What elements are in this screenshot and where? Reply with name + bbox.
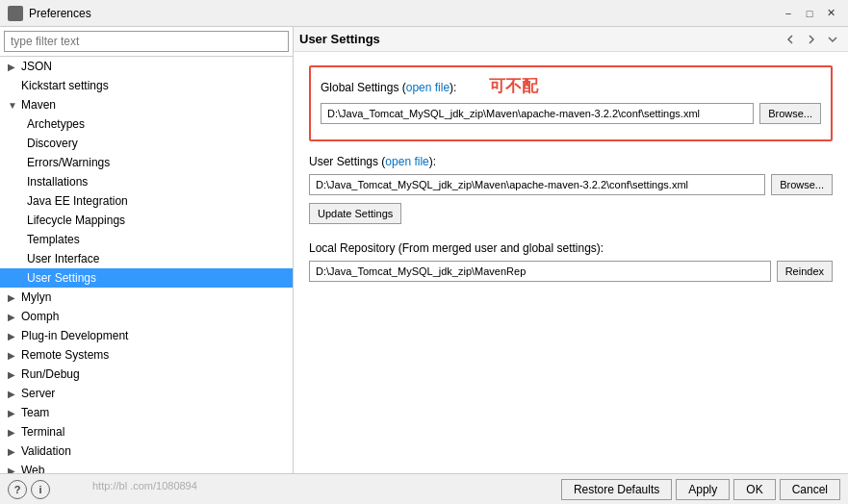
sidebar-item-usersettings[interactable]: User Settings xyxy=(0,268,293,288)
user-settings-block: User Settings (open file): Browse... Upd… xyxy=(309,155,833,224)
maximize-button[interactable]: □ xyxy=(800,4,819,23)
arrow-icon: ▶ xyxy=(8,446,17,457)
search-input[interactable] xyxy=(4,31,289,52)
sidebar-item-archetypes[interactable]: Archetypes xyxy=(0,114,293,134)
bottom-right: Restore Defaults Apply OK Cancel xyxy=(561,479,840,500)
ok-button[interactable]: OK xyxy=(733,479,775,500)
user-open-file-link[interactable]: open file xyxy=(385,155,428,168)
back-button[interactable] xyxy=(781,30,800,49)
sidebar-item-kickstart[interactable]: Kickstart settings xyxy=(0,76,293,95)
annotation-text: 可不配 xyxy=(489,77,538,95)
dropdown-button[interactable] xyxy=(823,30,842,49)
watermark-text: http://bl .com/1080894 xyxy=(92,480,197,499)
sidebar-item-oomph[interactable]: ▶ Oomph xyxy=(0,307,293,326)
user-settings-label: User Settings (open file): xyxy=(309,155,833,168)
sidebar: ▶ JSON Kickstart settings ▼ Maven Archet… xyxy=(0,27,294,473)
sidebar-item-templates[interactable]: Templates xyxy=(0,230,293,249)
title-bar-icon xyxy=(8,6,23,21)
local-repository-input-row: Reindex xyxy=(309,261,833,282)
global-browse-button[interactable]: Browse... xyxy=(759,103,821,124)
content-title: User Settings xyxy=(299,32,380,46)
tree-area: ▶ JSON Kickstart settings ▼ Maven Archet… xyxy=(0,57,293,473)
global-settings-input-row: Browse... xyxy=(321,103,821,124)
arrow-icon: ▶ xyxy=(8,331,17,341)
arrow-icon: ▶ xyxy=(8,466,17,474)
arrow-icon: ▶ xyxy=(8,292,17,303)
sidebar-item-installations[interactable]: Installations xyxy=(0,172,293,191)
search-box xyxy=(0,27,293,57)
global-settings-label: Global Settings (open file): 可不配 xyxy=(321,75,821,97)
user-browse-button[interactable]: Browse... xyxy=(771,174,833,195)
sidebar-item-plugin[interactable]: ▶ Plug-in Development xyxy=(0,326,293,345)
toolbar-icons xyxy=(781,30,842,49)
reindex-button[interactable]: Reindex xyxy=(777,261,833,282)
sidebar-item-rundebug[interactable]: ▶ Run/Debug xyxy=(0,365,293,384)
global-settings-block: Global Settings (open file): 可不配 Browse.… xyxy=(309,65,833,141)
cancel-button[interactable]: Cancel xyxy=(780,479,840,500)
sidebar-item-json[interactable]: ▶ JSON xyxy=(0,57,293,76)
help-icon[interactable]: ? xyxy=(8,480,27,499)
close-button[interactable]: ✕ xyxy=(821,4,840,23)
sidebar-item-mylyn[interactable]: ▶ Mylyn xyxy=(0,288,293,307)
global-open-file-link[interactable]: open file xyxy=(406,81,450,94)
title-bar-text: Preferences xyxy=(29,7,779,20)
arrow-icon: ▶ xyxy=(8,408,17,418)
sidebar-item-errors[interactable]: Errors/Warnings xyxy=(0,153,293,172)
apply-button[interactable]: Apply xyxy=(676,479,730,500)
arrow-icon: ▶ xyxy=(8,389,17,399)
sidebar-item-maven[interactable]: ▼ Maven xyxy=(0,95,293,114)
arrow-down-icon: ▼ xyxy=(8,100,17,111)
arrow-icon: ▶ xyxy=(8,369,17,380)
sidebar-item-userinterface[interactable]: User Interface xyxy=(0,249,293,268)
arrow-icon: ▶ xyxy=(8,427,17,438)
sidebar-item-web[interactable]: ▶ Web xyxy=(0,461,293,473)
user-settings-input-row: Browse... xyxy=(309,174,833,195)
restore-defaults-button[interactable]: Restore Defaults xyxy=(561,479,672,500)
info-icon[interactable]: i xyxy=(31,480,50,499)
arrow-icon: ▶ xyxy=(8,350,17,361)
sidebar-item-server[interactable]: ▶ Server xyxy=(0,384,293,403)
sidebar-item-terminal[interactable]: ▶ Terminal xyxy=(0,422,293,441)
local-repository-block: Local Repository (From merged user and g… xyxy=(309,241,833,282)
sidebar-item-validation[interactable]: ▶ Validation xyxy=(0,441,293,461)
local-repository-label: Local Repository (From merged user and g… xyxy=(309,241,833,255)
sidebar-item-discovery[interactable]: Discovery xyxy=(0,134,293,153)
content-panel: User Settings xyxy=(294,27,848,473)
bottom-left: ? i http://bl .com/1080894 xyxy=(8,480,197,499)
bottom-bar: ? i http://bl .com/1080894 Restore Defau… xyxy=(0,473,848,504)
main-container: ▶ JSON Kickstart settings ▼ Maven Archet… xyxy=(0,27,848,473)
local-repository-input[interactable] xyxy=(309,261,771,282)
sidebar-item-lifecycle[interactable]: Lifecycle Mappings xyxy=(0,211,293,230)
settings-content: Global Settings (open file): 可不配 Browse.… xyxy=(294,52,848,473)
user-settings-input[interactable] xyxy=(309,174,765,195)
sidebar-item-remote[interactable]: ▶ Remote Systems xyxy=(0,345,293,365)
minimize-button[interactable]: − xyxy=(779,4,798,23)
global-settings-input[interactable] xyxy=(321,103,754,124)
forward-button[interactable] xyxy=(802,30,821,49)
arrow-icon: ▶ xyxy=(8,312,17,322)
sidebar-item-team[interactable]: ▶ Team xyxy=(0,403,293,422)
arrow-icon: ▶ xyxy=(8,62,17,72)
title-bar-buttons: − □ ✕ xyxy=(779,4,840,23)
content-toolbar: User Settings xyxy=(294,27,848,52)
update-settings-button[interactable]: Update Settings xyxy=(309,203,401,224)
sidebar-item-javaee[interactable]: Java EE Integration xyxy=(0,191,293,211)
title-bar: Preferences − □ ✕ xyxy=(0,0,848,27)
